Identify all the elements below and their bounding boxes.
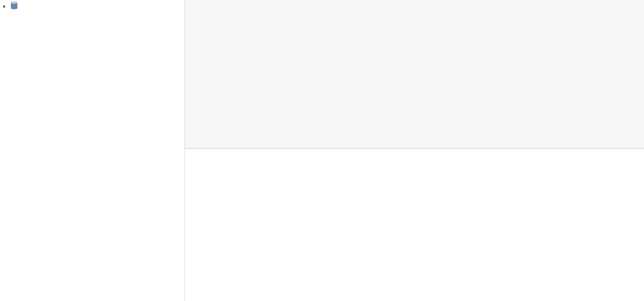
log-pane[interactable] — [185, 149, 644, 301]
expand-arrow-icon[interactable]: ▾ — [2, 3, 8, 11]
content-pane — [185, 0, 644, 149]
sidebar: ▾ — [0, 0, 185, 301]
host-row[interactable]: ▾ — [0, 0, 184, 13]
svg-point-1 — [11, 2, 17, 4]
main-pane — [185, 0, 644, 301]
server-icon — [10, 1, 18, 12]
